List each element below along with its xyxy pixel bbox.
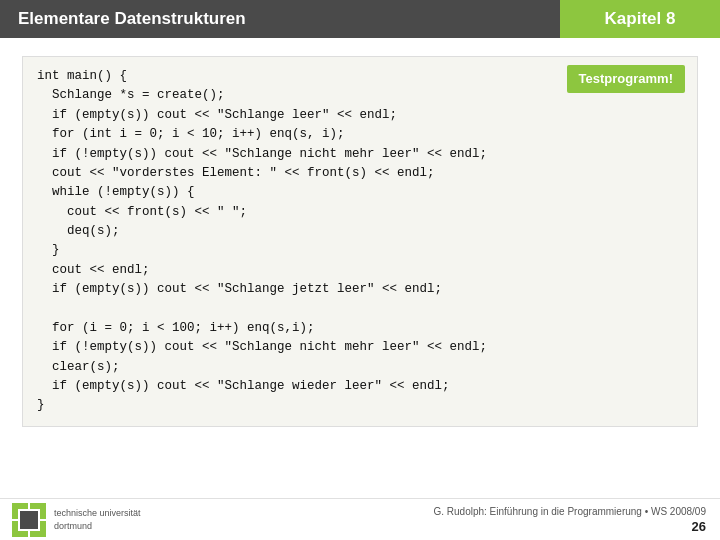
code-block: Testprogramm! int main() { Schlange *s =… [22, 56, 698, 427]
code-line: cout << front(s) << " "; [37, 203, 683, 222]
code-line: while (!empty(s)) { [37, 183, 683, 202]
code-line: if (!empty(s)) cout << "Schlange nicht m… [37, 338, 683, 357]
footer-right-block: G. Rudolph: Einführung in die Programmie… [433, 505, 706, 534]
footer: technische universität dortmund G. Rudol… [0, 498, 720, 540]
code-line: } [37, 241, 683, 260]
code-line: if (!empty(s)) cout << "Schlange nicht m… [37, 145, 683, 164]
main-content: Testprogramm! int main() { Schlange *s =… [0, 38, 720, 435]
svg-rect-6 [20, 511, 38, 529]
footer-page: 26 [433, 519, 706, 534]
uni-line2: dortmund [54, 520, 141, 532]
code-line: if (empty(s)) cout << "Schlange jetzt le… [37, 280, 683, 299]
code-lines: int main() { Schlange *s = create(); if … [37, 67, 683, 416]
footer-uni-text: technische universität dortmund [54, 507, 141, 531]
header-title: Elementare Datenstrukturen [0, 0, 560, 38]
code-line: if (empty(s)) cout << "Schlange wieder l… [37, 377, 683, 396]
code-line: for (i = 0; i < 100; i++) enq(s,i); [37, 319, 683, 338]
uni-line1: technische universität [54, 507, 141, 519]
header-chapter: Kapitel 8 [560, 0, 720, 38]
code-line: cout << "vorderstes Element: " << front(… [37, 164, 683, 183]
header: Elementare Datenstrukturen Kapitel 8 [0, 0, 720, 38]
code-line: clear(s); [37, 358, 683, 377]
code-line: deq(s); [37, 222, 683, 241]
code-line: cout << endl; [37, 261, 683, 280]
tu-logo-icon [12, 503, 46, 537]
footer-logo: technische universität dortmund [12, 503, 141, 537]
code-line: } [37, 396, 683, 415]
footer-citation: G. Rudolph: Einführung in die Programmie… [433, 505, 706, 519]
testprogramm-badge: Testprogramm! [567, 65, 685, 93]
code-line [37, 300, 683, 319]
code-line: if (empty(s)) cout << "Schlange leer" <<… [37, 106, 683, 125]
code-line: for (int i = 0; i < 10; i++) enq(s, i); [37, 125, 683, 144]
